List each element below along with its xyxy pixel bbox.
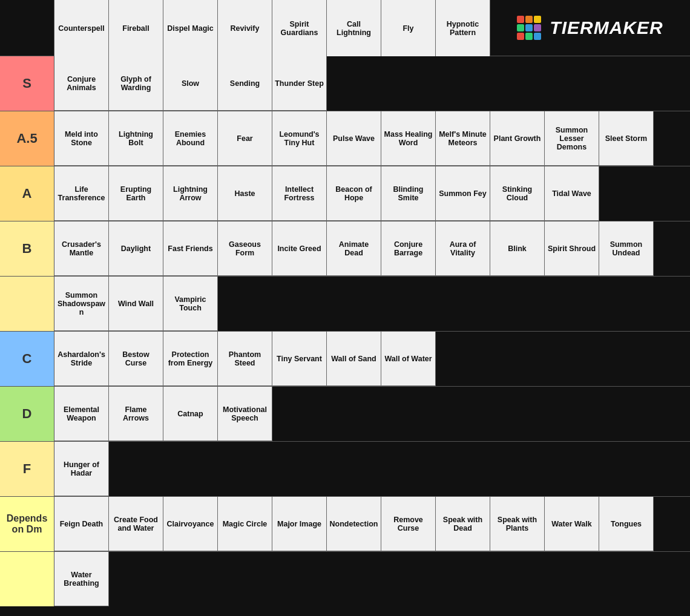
spell-summon-shadow: Summon Shadowspawn bbox=[54, 277, 109, 331]
spell-mass-healing: Mass Healing Word bbox=[381, 111, 436, 166]
spell-clairvoyance: Clairvoyance bbox=[163, 497, 218, 551]
spell-life-transference: Life Transference bbox=[54, 166, 109, 221]
depends-row-1: Depends on Dm Feign Death Create Food an… bbox=[0, 497, 690, 552]
spell-water-breathing: Water Breathing bbox=[54, 552, 109, 606]
spell-glyph: Glyph of Warding bbox=[109, 56, 163, 111]
c-label: C bbox=[0, 332, 54, 386]
header-spell-spirit: Spirit Guardians bbox=[272, 0, 327, 56]
s-label: S bbox=[0, 56, 54, 111]
depends-row-2: Water Breathing bbox=[0, 552, 690, 607]
spell-tongues: Tongues bbox=[599, 497, 654, 551]
b2-black bbox=[218, 277, 690, 331]
s-row-2: S Conjure Animals Glyph of Warding Slow … bbox=[0, 56, 690, 111]
spell-crusaders: Crusader's Mantle bbox=[54, 221, 109, 276]
header-row: Counterspell Fireball Dispel Magic Reviv… bbox=[0, 0, 690, 56]
spell-sleet-storm: Sleet Storm bbox=[599, 111, 654, 166]
spell-gaseous-form: Gaseous Form bbox=[218, 221, 272, 276]
spell-create-food: Create Food and Water bbox=[109, 497, 163, 551]
depends1-black bbox=[654, 497, 690, 551]
spell-magic-circle: Magic Circle bbox=[218, 497, 272, 551]
a-row: A Life Transference Erupting Earth Light… bbox=[0, 166, 690, 221]
spell-major-image: Major Image bbox=[272, 497, 327, 551]
spell-flame-arrows: Flame Arrows bbox=[109, 387, 163, 441]
spell-hunger-hadar: Hunger of Hadar bbox=[54, 442, 109, 496]
spell-feign-death: Feign Death bbox=[54, 497, 109, 551]
header-spell-revivify: Revivify bbox=[218, 0, 272, 56]
spell-speak-plants: Speak with Plants bbox=[490, 497, 545, 551]
b-row-1: B Crusader's Mantle Daylight Fast Friend… bbox=[0, 221, 690, 277]
spell-ashardalon: Ashardalon's Stride bbox=[54, 332, 109, 386]
f-row: F Hunger of Hadar bbox=[0, 442, 690, 497]
spell-motivational: Motivational Speech bbox=[218, 387, 272, 441]
spell-leomunds: Leomund's Tiny Hut bbox=[272, 111, 327, 166]
spell-sending: Sending bbox=[218, 56, 272, 111]
spell-daylight: Daylight bbox=[109, 221, 163, 276]
spell-elemental-weapon: Elemental Weapon bbox=[54, 387, 109, 441]
tiermaker-logo: TiERMAKER bbox=[490, 0, 690, 56]
spell-tidal-wave: Tidal Wave bbox=[545, 166, 599, 221]
c-black bbox=[436, 332, 690, 386]
spell-speak-dead: Speak with Dead bbox=[436, 497, 490, 551]
spell-animate-dead: Animate Dead bbox=[327, 221, 381, 276]
a5-row: A.5 Meld into Stone Lightning Bolt Enemi… bbox=[0, 111, 690, 166]
d-row: D Elemental Weapon Flame Arrows Catnap M… bbox=[0, 387, 690, 442]
b-label: B bbox=[0, 221, 54, 276]
spell-stinking-cloud: Stinking Cloud bbox=[490, 166, 545, 221]
spell-blink: Blink bbox=[490, 221, 545, 276]
depends-label: Depends on Dm bbox=[0, 497, 54, 551]
spell-fast-friends: Fast Friends bbox=[163, 221, 218, 276]
spell-nondetection: Nondetection bbox=[327, 497, 381, 551]
f-black bbox=[109, 442, 690, 496]
spell-summon-undead: Summon Undead bbox=[599, 221, 654, 276]
tier-maker-app: Counterspell Fireball Dispel Magic Reviv… bbox=[0, 0, 690, 607]
spell-phantom-steed: Phantom Steed bbox=[218, 332, 272, 386]
spell-wall-sand: Wall of Sand bbox=[327, 332, 381, 386]
spell-summon-fey: Summon Fey bbox=[436, 166, 490, 221]
d-black bbox=[272, 387, 690, 441]
b-label-2 bbox=[0, 277, 54, 331]
spell-slow: Slow bbox=[163, 56, 218, 111]
spell-meld: Meld into Stone bbox=[54, 111, 109, 166]
spell-lightning-bolt: Lightning Bolt bbox=[109, 111, 163, 166]
spell-beacon: Beacon of Hope bbox=[327, 166, 381, 221]
a5-black bbox=[654, 111, 690, 166]
header-spell-fly: Fly bbox=[381, 0, 436, 56]
d-label: D bbox=[0, 387, 54, 441]
spell-intellect-fortress: Intellect Fortress bbox=[272, 166, 327, 221]
spell-protection-energy: Protection from Energy bbox=[163, 332, 218, 386]
header-spell-dispel: Dispel Magic bbox=[163, 0, 218, 56]
header-spell-hypnotic: Hypnotic Pattern bbox=[436, 0, 490, 56]
spell-conjure-animals: Conjure Animals bbox=[54, 56, 109, 111]
spell-remove-curse: Remove Curse bbox=[381, 497, 436, 551]
logo-grid bbox=[517, 16, 541, 40]
spell-enemies-abound: Enemies Abound bbox=[163, 111, 218, 166]
spell-plant-growth: Plant Growth bbox=[490, 111, 545, 166]
header-label-empty bbox=[0, 0, 54, 56]
header-spell-fireball: Fireball bbox=[109, 0, 163, 56]
depends2-black bbox=[109, 552, 690, 606]
spell-wind-wall: Wind Wall bbox=[109, 277, 163, 331]
spell-spirit-shroud: Spirit Shroud bbox=[545, 221, 599, 276]
spell-vampiric-touch: Vampiric Touch bbox=[163, 277, 218, 331]
c-row: C Ashardalon's Stride Bestow Curse Prote… bbox=[0, 332, 690, 387]
spell-water-walk: Water Walk bbox=[545, 497, 599, 551]
spell-conjure-barrage: Conjure Barrage bbox=[381, 221, 436, 276]
a-black bbox=[599, 166, 690, 221]
s-black-fill bbox=[327, 56, 690, 111]
spell-lightning-arrow: Lightning Arrow bbox=[163, 166, 218, 221]
spell-haste: Haste bbox=[218, 166, 272, 221]
spell-fear: Fear bbox=[218, 111, 272, 166]
spell-aura-vitality: Aura of Vitality bbox=[436, 221, 490, 276]
f-label: F bbox=[0, 442, 54, 496]
header-spell-counterspell: Counterspell bbox=[54, 0, 109, 56]
a-label: A bbox=[0, 166, 54, 221]
spell-blinding-smite: Blinding Smite bbox=[381, 166, 436, 221]
b1-black bbox=[654, 221, 690, 276]
b-row-2: Summon Shadowspawn Wind Wall Vampiric To… bbox=[0, 277, 690, 332]
logo-text: TiERMAKER bbox=[550, 18, 663, 38]
spell-erupting-earth: Erupting Earth bbox=[109, 166, 163, 221]
spell-melfs: Melf's Minute Meteors bbox=[436, 111, 490, 166]
spell-tiny-servant: Tiny Servant bbox=[272, 332, 327, 386]
spell-catnap: Catnap bbox=[163, 387, 218, 441]
a5-label: A.5 bbox=[0, 111, 54, 166]
